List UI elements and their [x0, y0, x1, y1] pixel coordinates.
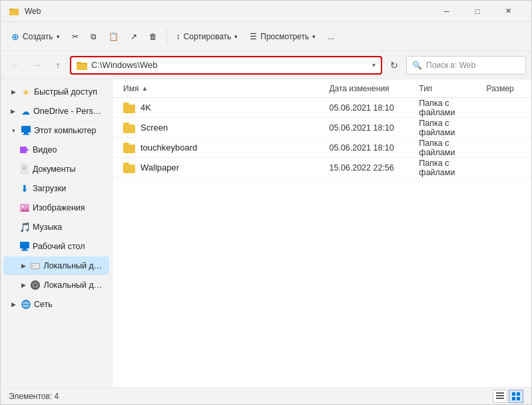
- table-row[interactable]: Wallpaper 15.06.2022 22:56 Папка с файла…: [113, 158, 531, 178]
- svg-point-20: [32, 266, 33, 267]
- cut-button[interactable]: ✂: [67, 26, 84, 47]
- list-view-button[interactable]: [509, 390, 523, 403]
- address-bar[interactable]: C:\Windows\Web ▾: [70, 56, 382, 75]
- file-name-label: Wallpaper: [140, 163, 179, 173]
- copy-button[interactable]: ⧉: [85, 26, 102, 47]
- svg-point-13: [22, 206, 24, 208]
- svg-rect-15: [20, 242, 29, 248]
- sidebar-item-desktop[interactable]: Рабочий стол: [3, 237, 109, 256]
- expand-icon: ▶: [9, 300, 18, 309]
- svg-rect-5: [23, 134, 29, 135]
- sidebar-item-docs[interactable]: Документы: [3, 160, 109, 179]
- folder-icon: [123, 143, 135, 153]
- svg-rect-17: [21, 250, 28, 251]
- chevron-sort-icon: ▾: [234, 33, 238, 40]
- view-label: Просмотреть: [260, 32, 309, 41]
- local-disk-c-icon: [30, 260, 41, 271]
- svg-rect-9: [23, 167, 26, 167]
- expand-icon: ▶: [19, 261, 27, 270]
- svg-rect-34: [517, 397, 520, 400]
- column-type-label: Тип: [419, 84, 432, 93]
- view-icon: ☰: [250, 32, 257, 41]
- docs-icon: [19, 164, 30, 175]
- sidebar-item-music[interactable]: 🎵 Музыка: [3, 218, 109, 236]
- folder-address-icon: [77, 61, 87, 70]
- desktop-icon: [19, 241, 30, 252]
- file-name-cell: touchkeyboard: [113, 143, 329, 153]
- search-placeholder: Поиск в: Web: [426, 61, 475, 70]
- delete-icon: 🗑: [149, 32, 157, 41]
- address-chevron-icon: ▾: [372, 61, 376, 69]
- sidebar-item-label: Музыка: [33, 222, 62, 232]
- sidebar-item-local-d[interactable]: ▶ Локальный диск (: [3, 276, 109, 294]
- view-toggle: [493, 390, 523, 403]
- column-date[interactable]: Дата изменения: [329, 84, 419, 93]
- table-row[interactable]: Screen 05.06.2021 18:10 Папка с файлами: [113, 118, 531, 138]
- up-button[interactable]: ↑: [49, 56, 67, 75]
- file-date-cell: 15.06.2022 22:56: [329, 163, 419, 173]
- file-name-cell: Screen: [113, 123, 329, 133]
- file-name-label: touchkeyboard: [140, 143, 197, 153]
- sidebar-item-label: Локальный диск (: [43, 261, 104, 270]
- sidebar-item-images[interactable]: Изображения: [3, 199, 109, 217]
- column-date-label: Дата изменения: [329, 84, 389, 93]
- chevron-down-icon: ▾: [57, 33, 60, 40]
- sidebar-item-label: Этот компьютер: [34, 126, 96, 135]
- svg-rect-16: [23, 248, 27, 250]
- more-button[interactable]: ...: [322, 26, 340, 47]
- sort-button[interactable]: ↕ Сортировать ▾: [171, 26, 244, 47]
- refresh-button[interactable]: ↻: [385, 56, 403, 75]
- share-icon: ↗: [131, 32, 137, 41]
- sidebar-item-label: Видео: [33, 145, 57, 155]
- sidebar-item-downloads[interactable]: ⬇ Загрузки: [3, 179, 109, 198]
- search-box[interactable]: 🔍 Поиск в: Web: [406, 56, 526, 75]
- column-name[interactable]: Имя ▲: [113, 84, 329, 93]
- sidebar-item-network[interactable]: ▶ Сеть: [3, 295, 109, 314]
- svg-rect-1: [9, 10, 19, 15]
- minimize-button[interactable]: ─: [431, 1, 462, 22]
- file-type-cell: Папка с файлами: [419, 159, 486, 177]
- maximize-button[interactable]: □: [462, 1, 493, 22]
- sidebar-item-label: Локальный диск (: [43, 280, 104, 290]
- delete-button[interactable]: 🗑: [144, 26, 162, 47]
- share-button[interactable]: ↗: [125, 26, 142, 47]
- sidebar-item-local-c[interactable]: ▶ Локальный диск (: [3, 256, 109, 275]
- file-type-cell: Папка с файлами: [419, 99, 486, 117]
- expand-icon: ▶: [19, 280, 27, 290]
- view-button[interactable]: ☰ Просмотреть ▾: [244, 26, 321, 47]
- svg-rect-30: [496, 398, 504, 399]
- sidebar-item-label: Рабочий стол: [33, 242, 85, 251]
- file-type-cell: Папка с файлами: [419, 139, 486, 157]
- sidebar-item-this-pc[interactable]: ▾ Этот компьютер: [3, 121, 109, 140]
- sort-arrow-icon: ▲: [141, 85, 148, 92]
- details-view-button[interactable]: [493, 390, 507, 403]
- file-name-cell: 4K: [113, 103, 329, 113]
- sidebar-item-label: Сеть: [34, 300, 53, 309]
- search-icon: 🔍: [412, 61, 422, 70]
- forward-button[interactable]: →: [27, 56, 46, 75]
- table-row[interactable]: touchkeyboard 05.06.2021 18:10 Папка с ф…: [113, 138, 531, 158]
- file-date-cell: 05.06.2021 18:10: [329, 123, 419, 133]
- sidebar-item-onedrive[interactable]: ▶ ☁ OneDrive - Personal: [3, 102, 109, 121]
- table-row[interactable]: 4K 05.06.2021 18:10 Папка с файлами: [113, 98, 531, 118]
- column-type[interactable]: Тип: [419, 84, 486, 93]
- sidebar: ▶ ★ Быстрый доступ ▶ ☁ OneDrive - Person…: [1, 79, 113, 387]
- file-name-cell: Wallpaper: [113, 163, 329, 173]
- local-disk-d-icon: [30, 280, 41, 290]
- close-button[interactable]: ✕: [493, 1, 523, 22]
- create-button[interactable]: ⊕ Создать ▾: [6, 26, 65, 47]
- svg-marker-7: [27, 149, 29, 151]
- sidebar-item-quick-access[interactable]: ▶ ★ Быстрый доступ: [3, 83, 109, 101]
- back-button[interactable]: ←: [6, 56, 25, 75]
- sidebar-item-video[interactable]: Видео: [3, 141, 109, 159]
- sidebar-item-label: Быстрый доступ: [34, 87, 97, 97]
- column-size[interactable]: Размер: [487, 84, 531, 93]
- file-name-label: Screen: [140, 123, 168, 133]
- paste-button[interactable]: 📋: [103, 26, 124, 47]
- svg-rect-28: [496, 392, 504, 394]
- cloud-icon: ☁: [20, 106, 31, 117]
- svg-rect-31: [512, 392, 515, 396]
- toolbar-divider: [166, 29, 167, 45]
- window-icon: [9, 6, 19, 17]
- images-icon: [19, 202, 30, 213]
